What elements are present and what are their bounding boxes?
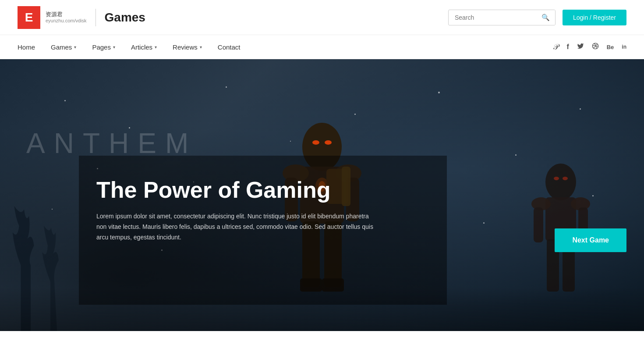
svg-rect-21 [534,207,543,242]
chevron-down-icon: ▾ [200,45,202,50]
search-button[interactable]: 🔍 [536,10,555,25]
header: E 资源君 eyunzhu.com/vdisk Games 🔍 Login / … [0,0,644,35]
twitter-icon[interactable] [577,43,584,51]
game-title-watermark: ANTHEM [26,127,197,160]
facebook-icon[interactable]: f [566,43,569,51]
logo-area: E 资源君 eyunzhu.com/vdisk Games [18,6,145,29]
header-right: 🔍 Login / Register [448,10,626,25]
dribbble-icon[interactable] [592,43,599,51]
hero-description: Lorem ipsum dolor sit amet, consectetur … [96,211,377,242]
nav-social: 𝒫 f Be in [553,43,626,52]
logo-divider [96,9,96,26]
chevron-down-icon: ▾ [113,45,115,50]
site-name: Games [105,11,145,25]
svg-point-26 [563,177,568,180]
hero-section: ANTHEM [0,59,644,331]
logo-text: 资源君 eyunzhu.com/vdisk [46,11,87,24]
logo-icon: E [18,6,40,29]
nav-bar: Home Games ▾ Pages ▾ Articles ▾ Reviews … [0,35,644,59]
nav-item-reviews[interactable]: Reviews ▾ [173,43,202,51]
nav-item-contact[interactable]: Contact [218,43,241,51]
next-game-button[interactable]: Next Game [555,228,626,252]
pinterest-icon[interactable]: 𝒫 [553,43,559,52]
chevron-down-icon: ▾ [155,45,157,50]
search-icon: 🔍 [541,14,550,21]
nav-item-games[interactable]: Games ▾ [51,43,76,51]
nav-left: Home Games ▾ Pages ▾ Articles ▾ Reviews … [18,43,241,51]
behance-icon[interactable]: Be [607,44,614,50]
svg-point-3 [325,140,332,145]
hero-bottom-fade [0,287,644,331]
hero-main-title: The Power of Gaming [96,178,390,203]
nav-item-pages[interactable]: Pages ▾ [92,43,115,51]
nav-item-home[interactable]: Home [18,43,35,51]
search-box: 🔍 [448,10,556,25]
linkedin-icon[interactable]: in [622,44,626,50]
logo-url: eyunzhu.com/vdisk [46,18,87,24]
nav-item-articles[interactable]: Articles ▾ [131,43,157,51]
chevron-down-icon: ▾ [74,45,76,50]
svg-point-17 [545,164,576,200]
svg-point-25 [554,177,559,180]
logo-chinese: 资源君 [46,11,87,18]
search-input[interactable] [449,11,536,25]
svg-point-2 [312,140,319,145]
login-register-button[interactable]: Login / Register [563,10,626,25]
hero-content: The Power of Gaming Lorem ipsum dolor si… [79,164,407,256]
